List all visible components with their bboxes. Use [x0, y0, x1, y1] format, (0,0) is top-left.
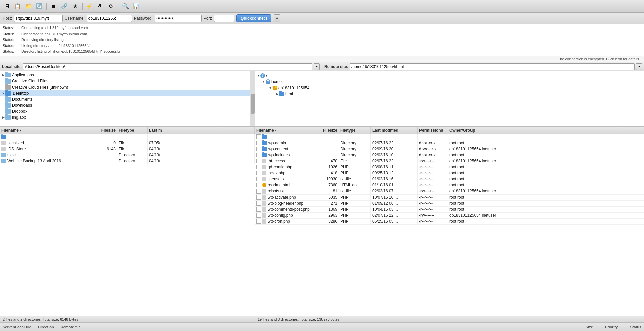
tree-item-db183101125654[interactable]: ▼ 🔑 db183101125654	[255, 85, 644, 91]
queue-col-size: Size	[586, 325, 593, 329]
remote-col-owner[interactable]: Owner/Group	[448, 127, 644, 134]
remote-file-row-dotdot[interactable]: ..	[255, 134, 644, 140]
key-icon-db: 🔑	[273, 86, 277, 90]
local-file-list[interactable]: .. .localized 0 File 07/05/	[0, 134, 255, 316]
local-file-row-backup[interactable]: Website Backup 13 April 2016 Directory 0…	[0, 158, 255, 164]
remote-size-wpcron: 3286	[315, 219, 339, 224]
tree-item-applications[interactable]: ▶ Applications	[0, 72, 250, 78]
remote-mod-indexphp: 09/25/13 12:...	[371, 170, 418, 176]
doc-icon-htaccess	[262, 159, 266, 163]
remote-mod-wpconfig: 02/07/16 22:...	[371, 213, 418, 218]
local-file-mod-dotdot	[148, 134, 255, 140]
local-tree-scrollbar[interactable]	[250, 71, 255, 126]
remote-type-wpblogheader: PHP	[339, 201, 371, 206]
host-input[interactable]	[14, 15, 63, 22]
quickconnect-dropdown[interactable]: ▾	[274, 14, 280, 22]
remote-file-name-wpincludes: wp-includes	[255, 152, 315, 158]
local-file-type-dotdot	[117, 134, 148, 140]
port-input[interactable]	[214, 15, 234, 22]
local-tree-view[interactable]: ▶ Applications ▶ Creative Cloud Files ▶ …	[0, 71, 250, 126]
doc-icon-wpactivate	[262, 195, 266, 200]
local-file-size-backup	[94, 158, 117, 164]
remote-file-row-gdconfig[interactable]: gd-config.php 1026 PHP 03/08/16 11:... -…	[255, 164, 644, 170]
remote-file-row-licensetxt[interactable]: license.txt 19930 txt-file 01/02/16 16:.…	[255, 176, 644, 182]
remote-file-row-wpincludes[interactable]: wp-includes Directory 02/03/16 10:... dr…	[255, 152, 644, 158]
tree-item-desktop[interactable]: ▼ Desktop	[0, 90, 250, 96]
local-file-row-dotdot[interactable]: ..	[0, 134, 255, 140]
remote-col-filesize[interactable]: Filesize	[315, 127, 339, 134]
remote-tree-panel: ▼ ? / ▼ ? home ▼ 🔑 db183101125654	[255, 71, 644, 126]
tree-label-db: db183101125654	[278, 86, 309, 90]
reconnect-icon[interactable]: 🔗	[60, 2, 69, 11]
tree-item-downloads[interactable]: ▶ Downloads	[0, 102, 250, 108]
remote-bottom-status: 19 files and 3 directories. Total size: …	[255, 316, 644, 322]
remote-file-row-wpblogheader[interactable]: wp-blog-header.php 271 PHP 01/09/12 06:.…	[255, 201, 644, 207]
disconnect-icon[interactable]: ⚡	[85, 2, 94, 11]
local-file-type-dsstore: File	[117, 146, 148, 152]
tree-item-html[interactable]: ▶ html	[255, 91, 644, 97]
status-val-5: Directory listing of "/home/db1831011256…	[21, 49, 121, 55]
queue-icon[interactable]: 📊	[132, 2, 141, 11]
folder-icon-wpcontent	[262, 147, 267, 151]
remote-site-path[interactable]	[350, 63, 635, 70]
remote-type-readmehtml: HTML do...	[339, 182, 371, 188]
local-file-row-dsstore[interactable]: .DS_Store 6148 File 04/13/	[0, 146, 255, 152]
remote-type-gdconfig: PHP	[339, 164, 371, 170]
remote-file-row-indexphp[interactable]: index.php 418 PHP 09/25/13 12:... -r--r-…	[255, 170, 644, 176]
remote-col-filename[interactable]: Filename ▴	[255, 127, 315, 134]
local-site-path[interactable]	[23, 63, 312, 70]
remote-site-dropdown[interactable]: ▾	[636, 63, 642, 70]
remote-file-row-wpadmin[interactable]: wp-admin Directory 02/07/16 22:... dr-xr…	[255, 140, 644, 146]
remote-file-row-wpcron[interactable]: wp-cron.php 3286 PHP 05/25/15 05:... -r-…	[255, 219, 644, 225]
remote-size-robotstxt: 81	[315, 188, 339, 194]
encryption-notice[interactable]: The connection is encrypted. Click icon …	[0, 56, 644, 62]
remote-tree-view[interactable]: ▼ ? / ▼ ? home ▼ 🔑 db183101125654	[255, 71, 644, 126]
remote-file-row-htaccess[interactable]: .htaccess 470 File 02/07/16 22:... -rw--…	[255, 158, 644, 164]
site-manager-icon[interactable]: 🖥	[3, 2, 11, 11]
bookmarks-star-icon[interactable]: ★	[71, 2, 80, 11]
remote-col-perms[interactable]: Permissions	[418, 127, 448, 134]
view-icon[interactable]: 👁	[96, 2, 105, 11]
app-window: 🖥 📋 📁 🔄 ⏹ 🔗 ★ ⚡ 👁 ⟳ 🔍 📊 Host: Username: …	[0, 0, 644, 331]
password-input[interactable]	[155, 15, 202, 22]
remote-file-list[interactable]: .. wp-admin	[255, 134, 644, 316]
tree-item-creative-cloud[interactable]: ▶ Creative Cloud Files	[0, 78, 250, 84]
username-input[interactable]	[87, 15, 132, 22]
search-icon[interactable]: 🔍	[121, 2, 130, 11]
bookmarks-folder-icon[interactable]: 📁	[24, 2, 33, 11]
tree-item-dropbox[interactable]: ▶ Dropbox	[0, 108, 250, 114]
remote-perms-indexphp: -r--r--r--	[418, 170, 448, 176]
remote-col-filetype[interactable]: Filetype	[339, 127, 371, 134]
remote-file-row-wpconfig[interactable]: wp-config.php 2963 PHP 02/07/16 22:... -…	[255, 213, 644, 219]
checkbox-wpincludes	[256, 153, 261, 157]
refresh-icon[interactable]: 🔄	[35, 2, 44, 11]
quickconnect-button[interactable]: Quickconnect	[236, 14, 271, 22]
tree-item-root[interactable]: ▼ ? /	[255, 73, 644, 79]
open-manager-icon[interactable]: 📋	[13, 2, 22, 11]
remote-file-name-indexphp: index.php	[255, 170, 315, 176]
local-col-filename[interactable]: Filename ▾	[0, 127, 94, 134]
local-col-filesize[interactable]: Filesize	[94, 127, 117, 134]
local-col-filetype[interactable]: Filetype	[117, 127, 148, 134]
remote-file-row-robotstxt[interactable]: robots.txt 81 txt-file 02/03/16 07:... -…	[255, 188, 644, 195]
remote-col-lastmod[interactable]: Last modified	[371, 127, 418, 134]
remote-owner-wpcron: root root	[448, 219, 644, 224]
local-file-row-misc[interactable]: misc Directory 04/13/	[0, 152, 255, 158]
remote-mod-wpincludes: 02/03/16 10:...	[371, 152, 418, 158]
local-col-lastmod[interactable]: Last m	[148, 127, 255, 134]
remote-file-row-readmehtml[interactable]: readme.html 7360 HTML do... 01/10/16 01:…	[255, 182, 644, 188]
tree-item-documents[interactable]: ▶ Documents	[0, 96, 250, 102]
local-file-row-localized[interactable]: .localized 0 File 07/05/	[0, 140, 255, 146]
remote-file-row-wpcommentspost[interactable]: wp-comments-post.php 1369 PHP 10/04/15 0…	[255, 207, 644, 213]
tree-arrow-desktop: ▼	[1, 91, 5, 95]
local-site-dropdown[interactable]: ▾	[314, 63, 320, 70]
remote-file-row-wpactivate[interactable]: wp-activate.php 5035 PHP 10/07/15 10:...…	[255, 195, 644, 201]
stop-icon[interactable]: ⏹	[49, 2, 58, 11]
remote-file-row-wpcontent[interactable]: wp-content Directory 02/09/16 20:... drw…	[255, 146, 644, 152]
remote-perms-licensetxt: -r--r--r--	[418, 176, 448, 182]
tree-item-ling-app[interactable]: ▶ ling.app	[0, 114, 250, 120]
tree-item-home[interactable]: ▼ ? home	[255, 79, 644, 85]
tree-item-creative-cloud-unknown[interactable]: ▶ Creative Cloud Files (unknown)	[0, 84, 250, 90]
site-bars: Local site: ▾ Remote site: ▾	[0, 62, 644, 71]
sync-icon[interactable]: ⟳	[107, 2, 115, 11]
